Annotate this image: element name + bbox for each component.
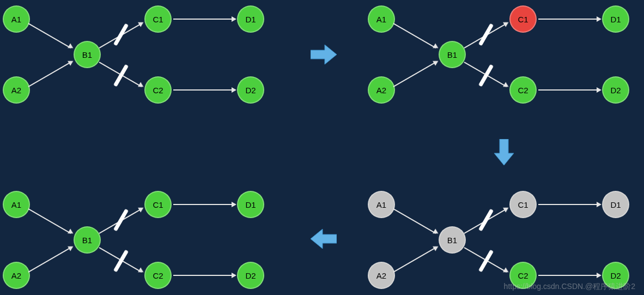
edge-head [433, 228, 440, 236]
edge-head [232, 202, 236, 207]
barrier-top [113, 23, 129, 46]
node-label: D1 [610, 200, 621, 209]
edge-c1-d1 [173, 19, 233, 20]
node-label: A2 [11, 271, 21, 280]
node-label: A1 [376, 200, 386, 209]
edge-a2-b1 [28, 247, 71, 273]
edge-head [68, 244, 75, 251]
edge-c1-d1 [173, 204, 233, 205]
edge-a1-b1 [28, 23, 71, 49]
node-b1: B1 [74, 226, 101, 254]
edge-c2-d2 [538, 89, 598, 91]
node-a1: A1 [3, 191, 30, 218]
node-label: B1 [82, 50, 92, 59]
arrow-left-icon [311, 228, 337, 250]
node-label: C1 [153, 200, 163, 209]
edge-head [138, 20, 145, 27]
node-b1: B1 [74, 41, 101, 68]
edge-head [68, 228, 75, 236]
barrier-bottom [478, 250, 494, 273]
edge-head [68, 43, 75, 50]
graph-top-right: A1 A2 B1 C1 C2 D1 D2 [365, 3, 637, 106]
barrier-bottom [113, 250, 129, 273]
node-a2: A2 [368, 262, 395, 289]
node-a2: A2 [3, 262, 30, 289]
edge-head [597, 16, 602, 22]
edge-c2-d2 [173, 275, 233, 276]
node-label: A2 [376, 86, 386, 95]
node-a1: A1 [3, 5, 30, 33]
node-label: A1 [376, 15, 386, 24]
edge-head [138, 267, 145, 274]
node-c2: C2 [509, 76, 537, 104]
node-c2: C2 [144, 262, 172, 289]
barrier-bottom [113, 64, 129, 87]
node-label: D1 [245, 15, 256, 24]
node-label: A2 [11, 86, 21, 95]
node-label: D1 [610, 15, 621, 24]
node-c1: C1 [509, 5, 537, 33]
node-label: C2 [153, 86, 163, 95]
node-label: B1 [447, 236, 457, 245]
edge-head [433, 244, 440, 251]
node-label: C2 [518, 86, 528, 95]
edge-a1-b1 [393, 23, 436, 49]
arrow-right-icon [311, 44, 337, 65]
edge-a1-b1 [28, 208, 71, 234]
edge-c1-d1 [538, 19, 598, 20]
edge-c2-d2 [173, 89, 233, 91]
node-label: B1 [447, 50, 457, 59]
edge-head [68, 58, 75, 65]
edge-head [597, 87, 602, 93]
edge-head [597, 273, 602, 278]
node-d2: D2 [237, 262, 264, 289]
node-label: D2 [610, 271, 621, 280]
arrow-down-icon [493, 139, 515, 165]
node-label: D2 [245, 271, 256, 280]
barrier-bottom [478, 64, 494, 87]
node-c1: C1 [144, 5, 172, 33]
node-label: B1 [82, 236, 92, 245]
node-d1: D1 [602, 5, 629, 33]
node-label: D2 [610, 86, 621, 95]
node-label: C1 [153, 15, 163, 24]
barrier-top [478, 23, 494, 46]
node-label: D2 [245, 86, 256, 95]
node-d2: D2 [237, 76, 264, 104]
node-label: A1 [11, 200, 21, 209]
node-label: C1 [518, 15, 528, 24]
node-c1: C1 [144, 191, 172, 218]
node-c1: C1 [509, 191, 537, 218]
node-label: A2 [376, 271, 386, 280]
edge-head [503, 205, 510, 212]
node-b1: B1 [439, 226, 466, 254]
edge-head [232, 273, 236, 278]
barrier-top [478, 209, 494, 232]
node-b1: B1 [439, 41, 466, 68]
node-a2: A2 [3, 76, 30, 104]
edge-a1-b1 [393, 208, 436, 234]
edge-head [433, 58, 440, 65]
edge-c2-d2 [538, 275, 598, 276]
node-a1: A1 [368, 191, 395, 218]
edge-head [503, 20, 510, 27]
edge-head [138, 82, 145, 89]
edge-c1-d1 [538, 204, 598, 205]
node-label: C2 [518, 271, 528, 280]
node-d1: D1 [602, 191, 629, 218]
node-d1: D1 [237, 5, 264, 33]
node-d1: D1 [237, 191, 264, 218]
edge-head [597, 202, 602, 207]
node-d2: D2 [602, 76, 629, 104]
edge-a2-b1 [393, 62, 436, 87]
node-a1: A1 [368, 5, 395, 33]
node-label: C2 [153, 271, 163, 280]
edge-a2-b1 [393, 247, 436, 273]
graph-top-left: A1 A2 B1 C1 C2 D1 D2 [0, 3, 272, 106]
edge-head [503, 82, 510, 89]
watermark: https://blog.csdn.CSDN.@程序猿进阶2 [504, 282, 635, 292]
node-c2: C2 [144, 76, 172, 104]
graph-bottom-left: A1 A2 B1 C1 C2 D1 D2 [0, 188, 272, 292]
edge-head [232, 16, 236, 22]
edge-head [503, 267, 510, 274]
